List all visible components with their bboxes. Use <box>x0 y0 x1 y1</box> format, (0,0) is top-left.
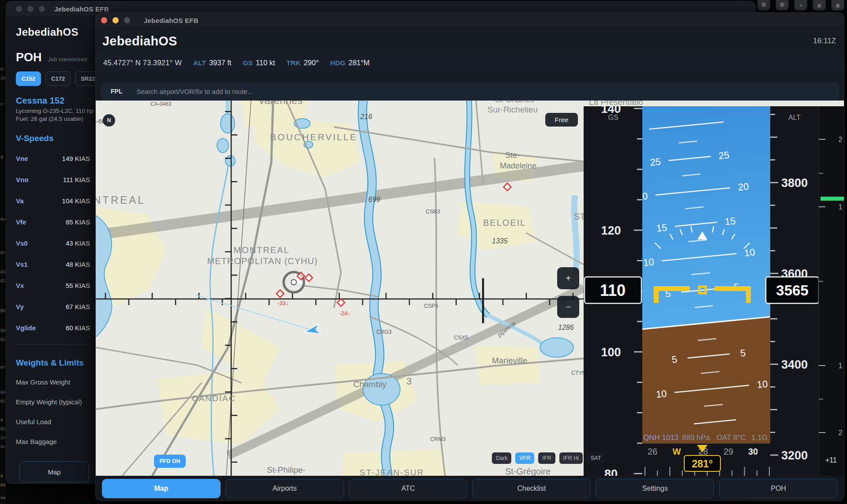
openai-icon[interactable]: ✻ <box>776 0 789 11</box>
circle-app-icon[interactable]: ● <box>794 0 807 11</box>
map-label: BOUCHERVILLE <box>270 132 357 142</box>
vspeed-row: Vglide60 KIAS <box>16 317 90 338</box>
terminal-text-fragment: 98 <box>0 329 6 333</box>
vspeed-label: Vno <box>16 176 28 183</box>
terminal-text-fragment: 94 <box>0 390 6 395</box>
altitude-tick-label: 3800 <box>781 176 808 190</box>
terminal-text-fragment: V <box>0 474 3 479</box>
nav-tab-checklist[interactable]: Checklist <box>472 479 591 498</box>
map-layer-sat[interactable]: SAT <box>587 452 605 464</box>
aircraft-tab-c152[interactable]: C152 <box>16 71 41 86</box>
map-label: Madeleine <box>500 161 536 170</box>
pitch-label: 15 <box>656 222 668 234</box>
vspeed-label: Vy <box>16 303 24 310</box>
compass-north-button[interactable]: N <box>103 114 115 127</box>
amazon-icon[interactable]: a <box>831 0 844 11</box>
vspeed-value: 60 KIAS <box>66 324 90 332</box>
efb-window-titlebar[interactable]: JebediahOS EFB <box>96 13 844 28</box>
minimize-button[interactable] <box>27 6 34 12</box>
heading-readout: 281° <box>692 458 713 470</box>
terminal-text-fragment: nt <box>0 483 6 488</box>
map-label: CSP5 <box>424 303 438 309</box>
map-layer-vfr[interactable]: VFR <box>515 452 534 464</box>
map-label: MONTREAL <box>233 245 289 255</box>
poh-heading: POH <box>16 51 42 64</box>
amazon-icon[interactable]: a <box>813 0 826 11</box>
vsi-strip: 2112 +11 <box>819 106 844 476</box>
terminal-text-fragment: B6 <box>0 309 6 314</box>
altitude-readout: 3565 <box>776 282 808 299</box>
zoom-button[interactable] <box>39 6 45 12</box>
minimize-button[interactable] <box>112 17 119 23</box>
terminal-text-fragment: == <box>0 496 6 501</box>
map-label: La Présentatio <box>589 101 643 107</box>
pfd-toggle-button[interactable]: PFD ON <box>154 455 186 468</box>
nav-tab-poh[interactable]: POH <box>719 479 838 498</box>
map-label: CSB3 <box>426 209 440 215</box>
vspeed-value: 67 KIAS <box>66 303 90 310</box>
terminal-text-fragment: in <box>0 436 6 441</box>
window-title: JebediahOS EFB <box>54 5 109 13</box>
nav-tab-map[interactable]: Map <box>102 479 221 498</box>
map-label: ST-JEAN-SUR <box>360 468 424 476</box>
vspeed-value: 55 KIAS <box>66 282 90 289</box>
map-layer-ifr[interactable]: IFR <box>538 452 555 464</box>
terminal-text-fragment: e <box>0 418 3 423</box>
map-label: Ste- <box>505 151 520 160</box>
route-search-input[interactable] <box>135 87 840 96</box>
zoom-in-button[interactable]: + <box>557 267 579 289</box>
vspeed-row: Vne149 KIAS <box>16 148 90 169</box>
pressure-value: 889 hPa <box>682 433 710 442</box>
vspeed-row: Vs148 KIAS <box>16 254 90 275</box>
zoom-out-button[interactable]: − <box>557 296 579 318</box>
alt-label: ALT <box>788 114 801 121</box>
terminal-text-fragment: ia <box>0 76 6 81</box>
vspeed-label: Vs1 <box>16 261 28 268</box>
map-label: NTREAL <box>96 194 146 206</box>
heading-strip: 26W282930 281° <box>642 444 770 476</box>
vsi-tick-label: 1 <box>839 203 843 211</box>
terminal-text-fragment: Au <box>0 217 6 222</box>
vspeed-value: 149 KIAS <box>62 155 90 162</box>
terminal-text-fragment: di <box>0 279 6 284</box>
vspeed-row: Vx55 KIAS <box>16 275 90 296</box>
openai-icon[interactable]: ✻ <box>757 0 770 11</box>
pitch-label: 10 <box>643 256 655 268</box>
aircraft-tab-c172[interactable]: C172 <box>45 71 71 86</box>
close-button[interactable] <box>16 6 22 12</box>
terminal-text-fragment: 62 <box>0 427 6 432</box>
zoom-button[interactable] <box>124 17 130 23</box>
fpl-search-bar[interactable]: FPL <box>101 82 840 100</box>
pitch-label: 5 <box>740 347 746 358</box>
map-label: CANDIAC <box>192 394 236 403</box>
vspeed-row: Vy67 KIAS <box>16 296 90 317</box>
window-title: JebediahOS EFB <box>144 17 199 24</box>
map-canvas[interactable]: VarennesSt-CharlesSur-RichelieuLa Présen… <box>96 101 844 476</box>
map-label: BELOEIL <box>483 218 526 228</box>
gload-value: 1.1G <box>751 433 768 442</box>
vspeed-value: 85 KIAS <box>66 218 90 226</box>
map-layer-ifr-hi[interactable]: IFR Hi <box>559 452 583 464</box>
nav-tab-atc[interactable]: ATC <box>349 479 468 498</box>
pitch-label: 10 <box>744 246 756 258</box>
close-button[interactable] <box>101 17 107 23</box>
map-label: -24↓ <box>339 310 350 317</box>
fpl-label: FPL <box>111 88 122 95</box>
map-label: Marieville <box>492 356 527 365</box>
speed-tick-label: 140 <box>601 106 621 116</box>
vsi-tick-label: 2 <box>839 429 843 437</box>
terminal-text-fragment: d <box>0 155 3 160</box>
terminal-text-fragment: oc <box>0 250 6 255</box>
terminal-text-fragment: uc <box>0 444 6 449</box>
nav-tab-airports[interactable]: Airports <box>225 479 344 498</box>
nav-tab-settings[interactable]: Settings <box>596 479 714 498</box>
efb-window[interactable]: JebediahOS EFB JebediahOS 16:11Z 45.4727… <box>95 12 844 501</box>
airspeed-readout: 110 <box>600 281 626 299</box>
map-label: Sur-Richelieu <box>487 105 538 114</box>
map-layer-dark[interactable]: Dark <box>492 452 511 464</box>
sidebar-map-button[interactable]: Map <box>19 461 89 482</box>
vspeed-label: Vne <box>16 155 28 162</box>
free-pan-button[interactable]: Free <box>545 113 578 127</box>
flight-status-bar: 45.4727° N 73.3921° W ALT3937 ftGS110 kt… <box>96 54 844 71</box>
vspeed-label: Vs0 <box>16 239 28 247</box>
